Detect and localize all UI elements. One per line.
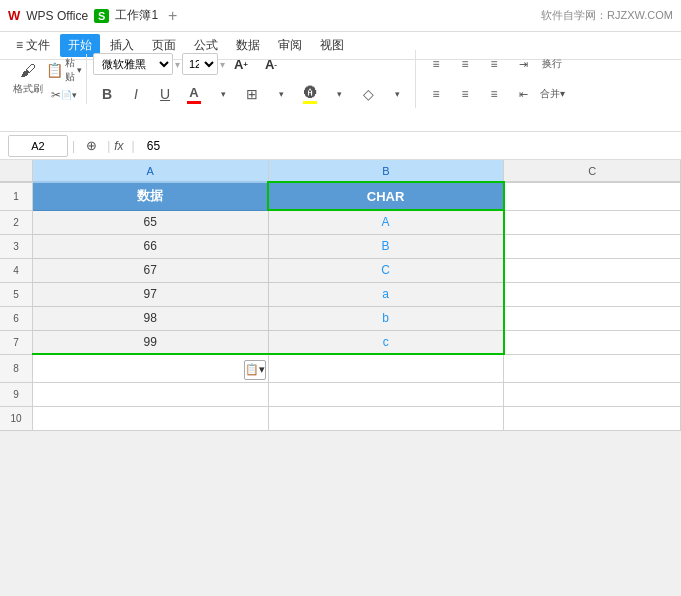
decrease-font-btn[interactable]: A-	[257, 50, 285, 78]
cell-c1[interactable]	[504, 182, 681, 210]
paste-label: 粘贴	[65, 56, 75, 84]
tab-title[interactable]: 工作簿1	[115, 7, 158, 24]
cell-b10[interactable]	[268, 406, 504, 430]
cell-c10[interactable]	[504, 406, 681, 430]
align-top-center-btn[interactable]: ≡	[451, 50, 479, 78]
cell-a5[interactable]: 97	[32, 282, 268, 306]
fill-color-btn[interactable]: 🅐	[296, 80, 324, 108]
font-family-arrow: ▾	[175, 59, 180, 70]
cut-btn[interactable]: ✂ 📄 ▾	[46, 86, 82, 104]
cell-a9[interactable]	[32, 382, 268, 406]
row-header-9: 9	[0, 382, 32, 406]
fx-label: fx	[114, 139, 123, 153]
clipboard-group: 🖌 格式刷 📋 粘贴 ▾ ✂ 📄 ▾	[8, 54, 87, 104]
col-header-row: A B C	[0, 160, 681, 182]
table-row: 10	[0, 406, 681, 430]
cell-b6[interactable]: b	[268, 306, 504, 330]
cell-c8[interactable]	[504, 354, 681, 382]
fill-color-bar	[303, 101, 317, 104]
row-header-7: 7	[0, 330, 32, 354]
title-url: 软件自学网：RJZXW.COM	[541, 8, 673, 23]
cell-a7[interactable]: 99	[32, 330, 268, 354]
title-bar-left: W WPS Office S 工作簿1 +	[8, 7, 181, 25]
font-color-bar	[187, 101, 201, 104]
new-tab-btn[interactable]: +	[164, 7, 181, 25]
font-group: 微软雅黑 ▾ 12 ▾ A+ A- B I U A	[89, 50, 416, 108]
font-color-a: A	[189, 85, 198, 100]
cell-c4[interactable]	[504, 258, 681, 282]
spreadsheet-area: A B C 1 数据 CHAR 2 65 A 3 66	[0, 160, 681, 431]
formula-input[interactable]	[143, 135, 673, 157]
format-brush-btn[interactable]: 🖌 格式刷	[12, 54, 44, 104]
paste-options-btn[interactable]: 📋▾	[244, 360, 266, 380]
table-row: 4 67 C	[0, 258, 681, 282]
formula-sep2: |	[107, 139, 110, 153]
increase-font-btn[interactable]: A+	[227, 50, 255, 78]
fill-color-icon: 🅐	[304, 85, 317, 100]
cell-c9[interactable]	[504, 382, 681, 406]
cell-b3[interactable]: B	[268, 234, 504, 258]
align-top-left-btn[interactable]: ≡	[422, 50, 450, 78]
align-top-right-btn[interactable]: ≡	[480, 50, 508, 78]
table-row: 8 📋▾	[0, 354, 681, 382]
wrap-text-btn[interactable]: 换行	[538, 50, 566, 78]
border-btn[interactable]: ⊞	[238, 80, 266, 108]
cell-a4[interactable]: 67	[32, 258, 268, 282]
align-bottom-center-btn[interactable]: ≡	[451, 80, 479, 108]
paste-btn[interactable]: 📋 粘贴 ▾	[46, 55, 82, 85]
align-bottom-left-btn[interactable]: ≡	[422, 80, 450, 108]
cell-a8[interactable]: 📋▾	[32, 354, 268, 382]
cell-c6[interactable]	[504, 306, 681, 330]
cell-b4[interactable]: C	[268, 258, 504, 282]
formula-sep1: |	[72, 139, 75, 153]
align-group: ≡ ≡ ≡ ⇥ 换行 ≡ ≡ ≡ ⇤ 合并▾	[418, 50, 570, 108]
cell-a3[interactable]: 66	[32, 234, 268, 258]
file-type-icon: S	[94, 9, 109, 23]
cell-a6[interactable]: 98	[32, 306, 268, 330]
cell-b1[interactable]: CHAR	[268, 182, 504, 210]
table-row: 6 98 b	[0, 306, 681, 330]
zoom-formula-btn[interactable]: ⊕	[79, 135, 103, 157]
cell-c5[interactable]	[504, 282, 681, 306]
toolbar: 🖌 格式刷 📋 粘贴 ▾ ✂ 📄 ▾ 微软雅黑	[0, 60, 681, 132]
merge-cells-btn[interactable]: 合并▾	[538, 80, 566, 108]
cell-b7[interactable]: c	[268, 330, 504, 354]
indent-right-btn[interactable]: ⇥	[509, 50, 537, 78]
cell-b5[interactable]: a	[268, 282, 504, 306]
cell-c3[interactable]	[504, 234, 681, 258]
cell-c2[interactable]	[504, 210, 681, 234]
cell-ref-input[interactable]	[8, 135, 68, 157]
align-bottom-right-btn[interactable]: ≡	[480, 80, 508, 108]
table-row: 7 99 c	[0, 330, 681, 354]
col-header-c[interactable]: C	[504, 160, 681, 182]
font-family-select[interactable]: 微软雅黑	[93, 53, 173, 75]
border-arrow[interactable]: ▾	[267, 80, 295, 108]
col-header-b[interactable]: B	[268, 160, 504, 182]
paste-icon: 📋	[46, 62, 63, 78]
table-row: 9	[0, 382, 681, 406]
bold-btn[interactable]: B	[93, 80, 121, 108]
cell-a10[interactable]	[32, 406, 268, 430]
table-row: 2 65 A	[0, 210, 681, 234]
col-header-a[interactable]: A	[32, 160, 268, 182]
underline-btn[interactable]: U	[151, 80, 179, 108]
erase-arrow[interactable]: ▾	[383, 80, 411, 108]
cell-a1[interactable]: 数据	[32, 182, 268, 210]
cell-b9[interactable]	[268, 382, 504, 406]
cut-icon: ✂	[51, 88, 61, 102]
cell-c7[interactable]	[504, 330, 681, 354]
cell-b8[interactable]	[268, 354, 504, 382]
indent-left-btn[interactable]: ⇤	[509, 80, 537, 108]
fill-color-arrow[interactable]: ▾	[325, 80, 353, 108]
row-header-6: 6	[0, 306, 32, 330]
font-color-arrow[interactable]: ▾	[209, 80, 237, 108]
font-color-btn[interactable]: A	[180, 80, 208, 108]
font-size-select[interactable]: 12	[182, 53, 218, 75]
row-header-3: 3	[0, 234, 32, 258]
corner-cell	[0, 160, 32, 182]
erase-btn[interactable]: ◇	[354, 80, 382, 108]
row-header-4: 4	[0, 258, 32, 282]
cell-b2[interactable]: A	[268, 210, 504, 234]
italic-btn[interactable]: I	[122, 80, 150, 108]
cell-a2[interactable]: 65	[32, 210, 268, 234]
